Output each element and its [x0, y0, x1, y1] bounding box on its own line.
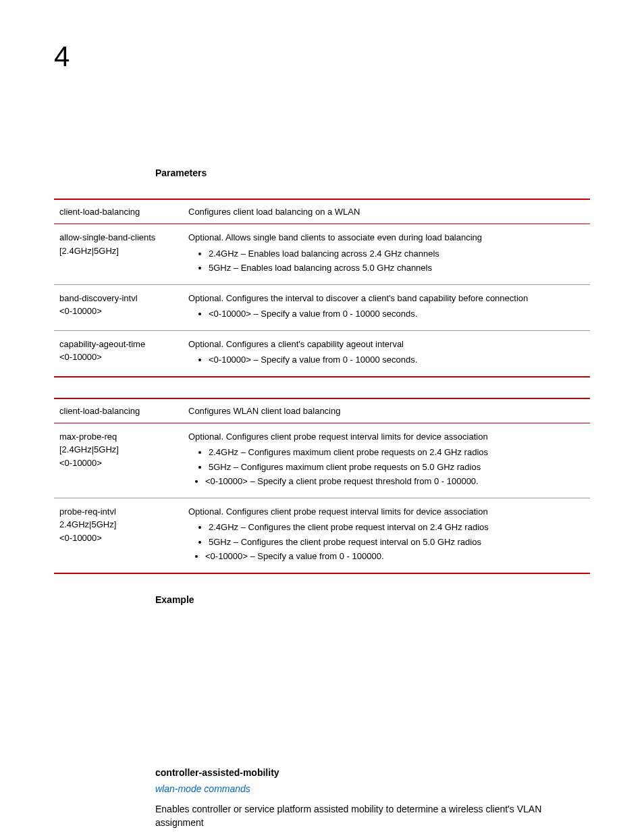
param-desc: Optional. Configures client probe reques… — [183, 498, 590, 573]
table-header-col1: client-load-balancing — [54, 199, 183, 224]
parameters-heading: Parameters — [155, 167, 590, 178]
chapter-number: 4 — [54, 41, 590, 73]
body-paragraph: Enables controller or service platform a… — [155, 802, 590, 830]
table-header-col2: Configures client load balancing on a WL… — [183, 199, 590, 224]
param-desc: Optional. Configures the interval to dis… — [183, 284, 590, 330]
parameters-table-2: client-load-balancing Configures WLAN cl… — [54, 398, 590, 574]
table-row: probe-req-intvl 2.4GHz|5GHz] <0-10000> O… — [54, 498, 590, 573]
command-title: controller-assisted-mobility — [155, 767, 590, 778]
wlan-mode-link[interactable]: wlan-mode commands — [155, 783, 590, 794]
table-header-col2: Configures WLAN client load balancing — [183, 398, 590, 423]
example-heading: Example — [155, 594, 590, 605]
table-header-col1: client-load-balancing — [54, 398, 183, 423]
parameters-table-1: client-load-balancing Configures client … — [54, 199, 590, 377]
param-desc: Optional. Configures client probe reques… — [183, 423, 590, 498]
table-row: band-discovery-intvl <0-10000> Optional.… — [54, 284, 590, 330]
param-desc: Optional. Allows single band clients to … — [183, 224, 590, 285]
param-name: capability-ageout-time <0-10000> — [54, 330, 183, 377]
param-desc: Optional. Configures a client's capabili… — [183, 330, 590, 377]
table-row: allow-single-band-clients [2.4GHz|5GHz] … — [54, 224, 590, 285]
table-header-row: client-load-balancing Configures WLAN cl… — [54, 398, 590, 423]
table-row: capability-ageout-time <0-10000> Optiona… — [54, 330, 590, 377]
table-header-row: client-load-balancing Configures client … — [54, 199, 590, 224]
param-name: allow-single-band-clients [2.4GHz|5GHz] — [54, 224, 183, 285]
param-name: max-probe-req [2.4GHz|5GHz] <0-10000> — [54, 423, 183, 498]
param-name: band-discovery-intvl <0-10000> — [54, 284, 183, 330]
param-name: probe-req-intvl 2.4GHz|5GHz] <0-10000> — [54, 498, 183, 573]
table-row: max-probe-req [2.4GHz|5GHz] <0-10000> Op… — [54, 423, 590, 498]
